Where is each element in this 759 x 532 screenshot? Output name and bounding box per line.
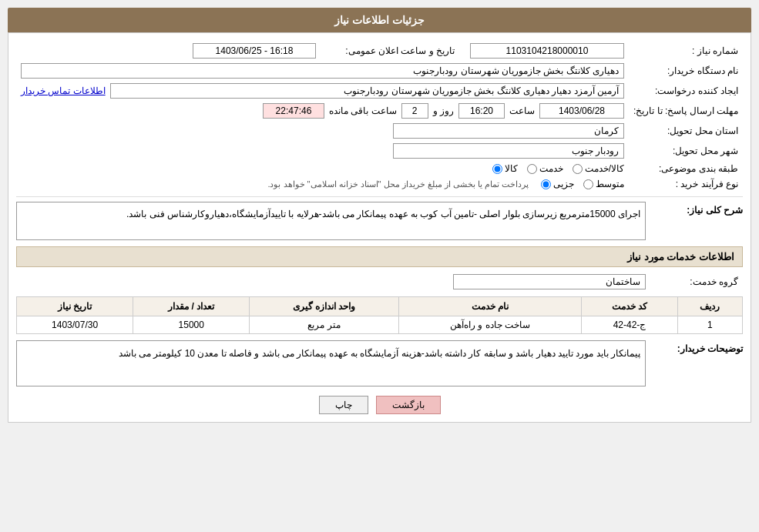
process-note: پرداخت تمام یا بخشی از مبلغ خریداز محل "… <box>267 179 529 189</box>
service-table: ردیف کد خدمت نام خدمت واحد اندازه گیری ت… <box>16 296 743 334</box>
service-group-label: گروه خدمت: <box>650 272 743 292</box>
category-option-khedmat[interactable]: خدمت <box>527 163 563 174</box>
buyer-org-label: نام دستگاه خریدار: <box>629 61 743 81</box>
need-number-value: 1103104218000010 <box>470 43 624 59</box>
cell-service-code: ج-42-42 <box>582 316 677 334</box>
cell-row-num: 1 <box>677 316 742 334</box>
process-label: نوع فرآیند خرید : <box>629 176 743 192</box>
service-info-title: اطلاعات خدمات مورد نیاز <box>16 246 743 267</box>
deadline-time-label: ساعت <box>509 105 535 116</box>
cell-unit: متر مربع <box>250 316 399 334</box>
description-title: شرح کلی نیاز: <box>687 205 743 216</box>
page-header: جزئیات اطلاعات نیاز <box>8 8 751 32</box>
buyer-org-value: دهیاری کلانتگ بخش جازموریان شهرستان رودب… <box>21 63 624 79</box>
pub-date-value: 1403/06/25 - 16:18 <box>193 43 316 59</box>
col-unit: واحد اندازه گیری <box>250 297 399 316</box>
deadline-remaining-label: ساعت باقی مانده <box>329 105 397 116</box>
col-service-code: کد خدمت <box>582 297 677 316</box>
cell-service-name: ساخت جاده و راه‌آهن <box>398 316 581 334</box>
buyer-notes-text: پیمانکار باید مورد تایید دهیار باشد و سا… <box>16 340 646 386</box>
need-number-label: شماره نیاز : <box>629 41 743 61</box>
creator-contact-link[interactable]: اطلاعات تماس خریدار <box>21 85 106 96</box>
table-row: 1 ج-42-42 ساخت جاده و راه‌آهن متر مربع 1… <box>17 316 743 334</box>
pub-date-label: تاریخ و ساعت اعلان عمومی: <box>321 41 459 61</box>
cell-date: 1403/07/30 <box>17 316 133 334</box>
col-date: تاریخ نیاز <box>17 297 133 316</box>
delivery-province-value: کرمان <box>393 123 624 139</box>
process-option-motavaset[interactable]: متوسط <box>583 179 624 189</box>
back-button[interactable]: بازگشت <box>376 396 441 414</box>
cell-quantity: 15000 <box>133 316 250 334</box>
category-label: طبقه بندی موضوعی: <box>629 161 743 176</box>
category-option-kala[interactable]: کالا <box>492 163 518 174</box>
header-title: جزئیات اطلاعات نیاز <box>334 14 425 26</box>
deadline-remaining: 22:47:46 <box>263 103 324 119</box>
deadline-date: 1403/06/28 <box>539 103 624 119</box>
deadline-days: 2 <box>401 103 428 119</box>
creator-value: آرمین آرمزد دهیار دهیاری کلانتگ بخش جازم… <box>110 83 624 99</box>
creator-label: ایجاد کننده درخواست: <box>629 81 743 101</box>
delivery-city-value: رودبار جنوب <box>393 143 624 159</box>
delivery-city-label: شهر محل تحویل: <box>629 141 743 161</box>
description-text: اجرای 15000مترمربع زیرسازی بلوار اصلی -ت… <box>16 202 646 240</box>
category-option-kala-khedmat[interactable]: کالا/خدمت <box>573 163 624 174</box>
button-row: چاپ بازگشت <box>16 396 743 414</box>
deadline-time: 16:20 <box>458 103 505 119</box>
print-button[interactable]: چاپ <box>319 396 368 414</box>
service-group-value: ساختمان <box>453 274 646 289</box>
col-row-num: ردیف <box>677 297 742 316</box>
process-option-jozii[interactable]: جزیی <box>541 179 574 189</box>
delivery-province-label: استان محل تحویل: <box>629 121 743 141</box>
buyer-notes-label: توضیحات خریدار: <box>677 343 743 354</box>
deadline-days-label: روز و <box>433 105 454 116</box>
deadline-label: مهلت ارسال پاسخ: تا تاریخ: <box>629 101 743 121</box>
col-quantity: تعداد / مقدار <box>133 297 250 316</box>
col-service-name: نام خدمت <box>398 297 581 316</box>
